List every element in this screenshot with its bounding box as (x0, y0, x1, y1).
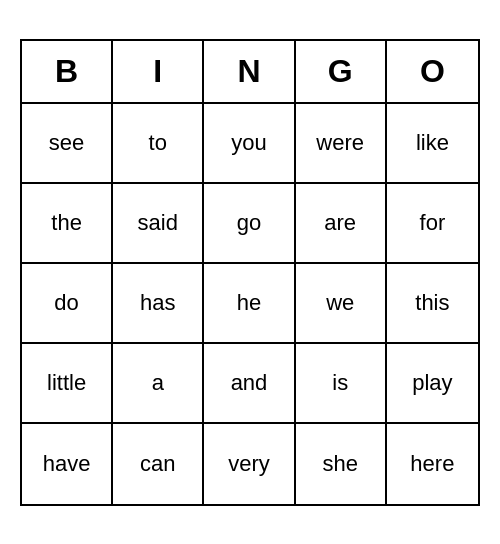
bingo-cell-12[interactable]: he (204, 264, 295, 344)
bingo-cell-16[interactable]: a (113, 344, 204, 424)
bingo-cell-9[interactable]: for (387, 184, 478, 264)
bingo-cell-19[interactable]: play (387, 344, 478, 424)
bingo-cell-24[interactable]: here (387, 424, 478, 504)
header-letter-o: O (387, 41, 478, 102)
bingo-cell-0[interactable]: see (22, 104, 113, 184)
bingo-cell-14[interactable]: this (387, 264, 478, 344)
bingo-cell-21[interactable]: can (113, 424, 204, 504)
bingo-cell-5[interactable]: the (22, 184, 113, 264)
bingo-header: BINGO (22, 41, 478, 104)
bingo-cell-3[interactable]: were (296, 104, 387, 184)
bingo-card: BINGO seetoyouwerelikethesaidgoarefordoh… (20, 39, 480, 506)
header-letter-n: N (204, 41, 295, 102)
bingo-cell-22[interactable]: very (204, 424, 295, 504)
header-letter-g: G (296, 41, 387, 102)
bingo-cell-4[interactable]: like (387, 104, 478, 184)
bingo-cell-7[interactable]: go (204, 184, 295, 264)
bingo-cell-15[interactable]: little (22, 344, 113, 424)
header-letter-i: I (113, 41, 204, 102)
bingo-cell-18[interactable]: is (296, 344, 387, 424)
bingo-grid: seetoyouwerelikethesaidgoarefordohashewe… (22, 104, 478, 504)
bingo-cell-11[interactable]: has (113, 264, 204, 344)
bingo-cell-6[interactable]: said (113, 184, 204, 264)
bingo-cell-23[interactable]: she (296, 424, 387, 504)
bingo-cell-2[interactable]: you (204, 104, 295, 184)
bingo-cell-20[interactable]: have (22, 424, 113, 504)
bingo-cell-13[interactable]: we (296, 264, 387, 344)
header-letter-b: B (22, 41, 113, 102)
bingo-cell-10[interactable]: do (22, 264, 113, 344)
bingo-cell-1[interactable]: to (113, 104, 204, 184)
bingo-cell-17[interactable]: and (204, 344, 295, 424)
bingo-cell-8[interactable]: are (296, 184, 387, 264)
